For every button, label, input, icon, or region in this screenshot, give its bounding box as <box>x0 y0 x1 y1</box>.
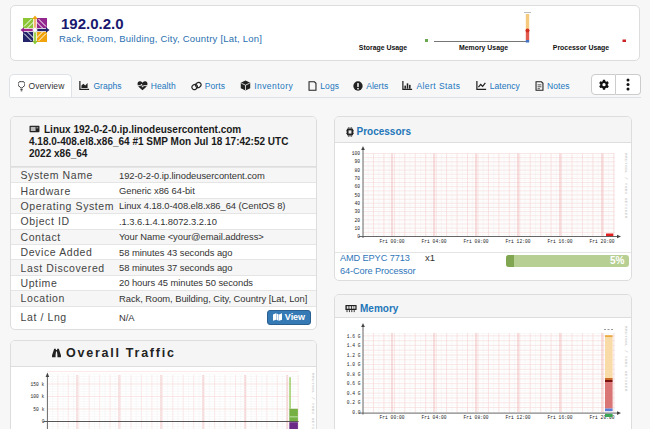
svg-text:Processor Usage: Processor Usage <box>553 44 609 52</box>
svg-text:1.2 G: 1.2 G <box>347 353 361 358</box>
svg-text:70: 70 <box>354 176 360 181</box>
svg-text:Fri 12:00: Fri 12:00 <box>506 415 531 420</box>
svg-text:Fri 08:00: Fri 08:00 <box>464 415 489 420</box>
svg-text:60: 60 <box>354 184 360 189</box>
svg-text:Fri 20:00: Fri 20:00 <box>590 239 615 244</box>
svg-text:40: 40 <box>354 201 360 206</box>
svg-text:10: 10 <box>354 226 360 231</box>
svg-text:Fri 04:00: Fri 04:00 <box>422 239 447 244</box>
svg-text:RRDTOOL / TOBI OETIKER: RRDTOOL / TOBI OETIKER <box>624 153 629 219</box>
svg-text:90: 90 <box>354 159 360 164</box>
svg-text:0.8 G: 0.8 G <box>347 372 361 377</box>
svg-text:Fri 16:00: Fri 16:00 <box>548 415 573 420</box>
svg-text:30: 30 <box>354 209 360 214</box>
svg-text:Fri 00:00: Fri 00:00 <box>380 239 405 244</box>
svg-text:RRDTOOL / TOBI OETIKER: RRDTOOL / TOBI OETIKER <box>624 326 629 392</box>
svg-text:Fri 16:00: Fri 16:00 <box>548 239 573 244</box>
svg-text:150 k: 150 k <box>31 382 45 387</box>
svg-text:50: 50 <box>354 193 360 198</box>
svg-text:Fri 12:00: Fri 12:00 <box>506 239 531 244</box>
svg-text:100: 100 <box>352 151 361 156</box>
svg-text:0.6 G: 0.6 G <box>347 381 361 386</box>
svg-text:RRDTOOL / TOBI OETIKER: RRDTOOL / TOBI OETIKER <box>311 373 316 429</box>
svg-text:20: 20 <box>354 218 360 223</box>
svg-text:100 k: 100 k <box>31 394 45 399</box>
svg-text:0.4 G: 0.4 G <box>347 391 361 396</box>
svg-text:50 k: 50 k <box>33 407 44 412</box>
svg-text:Storage Usage: Storage Usage <box>359 44 407 52</box>
svg-text:80: 80 <box>354 168 360 173</box>
svg-text:Fri 08:00: Fri 08:00 <box>464 239 489 244</box>
svg-text:1.6 G: 1.6 G <box>347 334 361 339</box>
svg-text:Fri 00:00: Fri 00:00 <box>380 415 405 420</box>
svg-text:Fri 04:00: Fri 04:00 <box>422 415 447 420</box>
svg-text:0.2 G: 0.2 G <box>347 400 361 405</box>
svg-text:1.0 G: 1.0 G <box>347 362 361 367</box>
svg-text:0.0: 0.0 <box>352 410 361 415</box>
svg-text:Memory Usage: Memory Usage <box>459 44 508 52</box>
svg-text:1.4 G: 1.4 G <box>347 343 361 348</box>
